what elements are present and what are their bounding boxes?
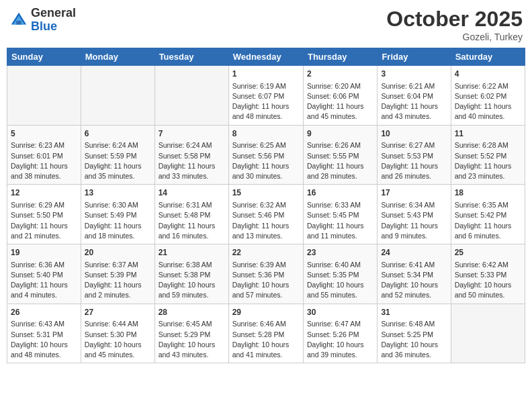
weekday-header: Sunday <box>7 48 81 66</box>
weekday-header: Wednesday <box>228 48 303 66</box>
day-info: Sunrise: 6:26 AM Sunset: 5:55 PM Dayligh… <box>307 140 373 181</box>
day-info: Sunrise: 6:25 AM Sunset: 5:56 PM Dayligh… <box>232 140 300 181</box>
calendar-day-cell: 13Sunrise: 6:30 AM Sunset: 5:49 PM Dayli… <box>81 185 154 244</box>
calendar-day-cell: 9Sunrise: 6:26 AM Sunset: 5:55 PM Daylig… <box>303 125 377 185</box>
calendar-day-cell: 25Sunrise: 6:42 AM Sunset: 5:33 PM Dayli… <box>451 244 525 304</box>
day-info: Sunrise: 6:44 AM Sunset: 5:30 PM Dayligh… <box>85 319 151 360</box>
logo-general-text: General <box>31 6 76 19</box>
calendar-week-row: 1Sunrise: 6:19 AM Sunset: 6:07 PM Daylig… <box>7 66 525 126</box>
day-info: Sunrise: 6:24 AM Sunset: 5:59 PM Dayligh… <box>85 140 151 181</box>
day-number: 31 <box>381 307 447 318</box>
calendar-day-cell: 26Sunrise: 6:43 AM Sunset: 5:31 PM Dayli… <box>7 304 81 363</box>
day-info: Sunrise: 6:32 AM Sunset: 5:46 PM Dayligh… <box>232 200 300 241</box>
calendar-day-cell: 1Sunrise: 6:19 AM Sunset: 6:07 PM Daylig… <box>228 66 303 126</box>
day-info: Sunrise: 6:40 AM Sunset: 5:35 PM Dayligh… <box>307 260 373 301</box>
day-number: 18 <box>455 187 521 199</box>
day-number: 16 <box>307 187 373 199</box>
calendar-day-cell: 11Sunrise: 6:28 AM Sunset: 5:52 PM Dayli… <box>451 125 525 185</box>
calendar-day-cell <box>7 66 81 126</box>
day-number: 13 <box>85 187 151 199</box>
weekday-header: Tuesday <box>154 48 228 66</box>
day-info: Sunrise: 6:47 AM Sunset: 5:26 PM Dayligh… <box>307 319 373 360</box>
day-number: 28 <box>159 307 225 318</box>
day-number: 4 <box>455 68 521 80</box>
day-info: Sunrise: 6:30 AM Sunset: 5:49 PM Dayligh… <box>85 200 151 241</box>
calendar-day-cell <box>451 304 525 363</box>
calendar-day-cell: 12Sunrise: 6:29 AM Sunset: 5:50 PM Dayli… <box>7 185 81 244</box>
day-number: 23 <box>307 247 373 259</box>
location: Gozeli, Turkey <box>386 32 523 42</box>
calendar-day-cell: 4Sunrise: 6:22 AM Sunset: 6:02 PM Daylig… <box>451 66 525 126</box>
title-block: October 2025 Gozeli, Turkey <box>386 7 523 42</box>
day-number: 6 <box>85 128 151 140</box>
day-number: 27 <box>85 307 151 318</box>
day-info: Sunrise: 6:41 AM Sunset: 5:34 PM Dayligh… <box>381 260 447 301</box>
day-number: 8 <box>232 128 300 140</box>
day-info: Sunrise: 6:22 AM Sunset: 6:02 PM Dayligh… <box>455 81 521 122</box>
day-number: 15 <box>232 187 300 199</box>
svg-rect-2 <box>16 21 21 25</box>
logo-text: General Blue <box>31 7 76 34</box>
day-info: Sunrise: 6:42 AM Sunset: 5:33 PM Dayligh… <box>455 260 521 301</box>
day-number: 21 <box>159 247 225 259</box>
calendar-day-cell: 19Sunrise: 6:36 AM Sunset: 5:40 PM Dayli… <box>7 244 81 304</box>
calendar-day-cell: 16Sunrise: 6:33 AM Sunset: 5:45 PM Dayli… <box>303 185 377 244</box>
day-number: 10 <box>381 128 447 140</box>
calendar-day-cell: 3Sunrise: 6:21 AM Sunset: 6:04 PM Daylig… <box>378 66 451 126</box>
day-info: Sunrise: 6:34 AM Sunset: 5:43 PM Dayligh… <box>381 200 447 241</box>
calendar-day-cell: 20Sunrise: 6:37 AM Sunset: 5:39 PM Dayli… <box>81 244 154 304</box>
calendar-table: SundayMondayTuesdayWednesdayThursdayFrid… <box>7 48 525 363</box>
day-info: Sunrise: 6:23 AM Sunset: 6:01 PM Dayligh… <box>11 140 77 181</box>
calendar-day-cell: 18Sunrise: 6:35 AM Sunset: 5:42 PM Dayli… <box>451 185 525 244</box>
calendar-day-cell: 28Sunrise: 6:45 AM Sunset: 5:29 PM Dayli… <box>154 304 228 363</box>
calendar-day-cell: 6Sunrise: 6:24 AM Sunset: 5:59 PM Daylig… <box>81 125 154 185</box>
day-number: 17 <box>381 187 447 199</box>
day-number: 30 <box>307 307 373 318</box>
weekday-header: Monday <box>81 48 154 66</box>
calendar-week-row: 19Sunrise: 6:36 AM Sunset: 5:40 PM Dayli… <box>7 244 525 304</box>
day-info: Sunrise: 6:48 AM Sunset: 5:25 PM Dayligh… <box>381 319 447 360</box>
logo-blue-text: Blue <box>31 19 57 33</box>
day-number: 19 <box>11 247 77 259</box>
day-number: 5 <box>11 128 77 140</box>
day-info: Sunrise: 6:20 AM Sunset: 6:06 PM Dayligh… <box>307 81 373 122</box>
calendar-day-cell: 14Sunrise: 6:31 AM Sunset: 5:48 PM Dayli… <box>154 185 228 244</box>
calendar-day-cell: 23Sunrise: 6:40 AM Sunset: 5:35 PM Dayli… <box>303 244 377 304</box>
calendar-day-cell: 15Sunrise: 6:32 AM Sunset: 5:46 PM Dayli… <box>228 185 303 244</box>
calendar-day-cell: 22Sunrise: 6:39 AM Sunset: 5:36 PM Dayli… <box>228 244 303 304</box>
day-info: Sunrise: 6:45 AM Sunset: 5:29 PM Dayligh… <box>159 319 225 360</box>
day-info: Sunrise: 6:21 AM Sunset: 6:04 PM Dayligh… <box>381 81 447 122</box>
day-info: Sunrise: 6:38 AM Sunset: 5:38 PM Dayligh… <box>159 260 225 301</box>
calendar-day-cell: 30Sunrise: 6:47 AM Sunset: 5:26 PM Dayli… <box>303 304 377 363</box>
calendar-week-row: 12Sunrise: 6:29 AM Sunset: 5:50 PM Dayli… <box>7 185 525 244</box>
day-number: 20 <box>85 247 151 259</box>
calendar-day-cell: 24Sunrise: 6:41 AM Sunset: 5:34 PM Dayli… <box>378 244 451 304</box>
calendar-day-cell: 27Sunrise: 6:44 AM Sunset: 5:30 PM Dayli… <box>81 304 154 363</box>
day-number: 26 <box>11 307 77 318</box>
day-info: Sunrise: 6:43 AM Sunset: 5:31 PM Dayligh… <box>11 319 77 360</box>
calendar-day-cell: 8Sunrise: 6:25 AM Sunset: 5:56 PM Daylig… <box>228 125 303 185</box>
calendar-day-cell <box>81 66 154 126</box>
day-number: 14 <box>159 187 225 199</box>
day-number: 7 <box>159 128 225 140</box>
day-info: Sunrise: 6:33 AM Sunset: 5:45 PM Dayligh… <box>307 200 373 241</box>
calendar-week-row: 5Sunrise: 6:23 AM Sunset: 6:01 PM Daylig… <box>7 125 525 185</box>
day-info: Sunrise: 6:28 AM Sunset: 5:52 PM Dayligh… <box>455 140 521 181</box>
day-info: Sunrise: 6:37 AM Sunset: 5:39 PM Dayligh… <box>85 260 151 301</box>
day-info: Sunrise: 6:29 AM Sunset: 5:50 PM Dayligh… <box>11 200 77 241</box>
day-number: 9 <box>307 128 373 140</box>
calendar-day-cell: 21Sunrise: 6:38 AM Sunset: 5:38 PM Dayli… <box>154 244 228 304</box>
day-number: 12 <box>11 187 77 199</box>
weekday-header: Friday <box>378 48 451 66</box>
day-number: 11 <box>455 128 521 140</box>
logo: General Blue <box>9 7 76 34</box>
logo-icon <box>9 11 28 30</box>
calendar-header-row: SundayMondayTuesdayWednesdayThursdayFrid… <box>7 48 525 66</box>
weekday-header: Thursday <box>303 48 377 66</box>
calendar-week-row: 26Sunrise: 6:43 AM Sunset: 5:31 PM Dayli… <box>7 304 525 363</box>
calendar-day-cell: 31Sunrise: 6:48 AM Sunset: 5:25 PM Dayli… <box>378 304 451 363</box>
day-info: Sunrise: 6:36 AM Sunset: 5:40 PM Dayligh… <box>11 260 77 301</box>
day-number: 29 <box>232 307 300 318</box>
day-info: Sunrise: 6:19 AM Sunset: 6:07 PM Dayligh… <box>232 81 300 122</box>
calendar-day-cell: 5Sunrise: 6:23 AM Sunset: 6:01 PM Daylig… <box>7 125 81 185</box>
